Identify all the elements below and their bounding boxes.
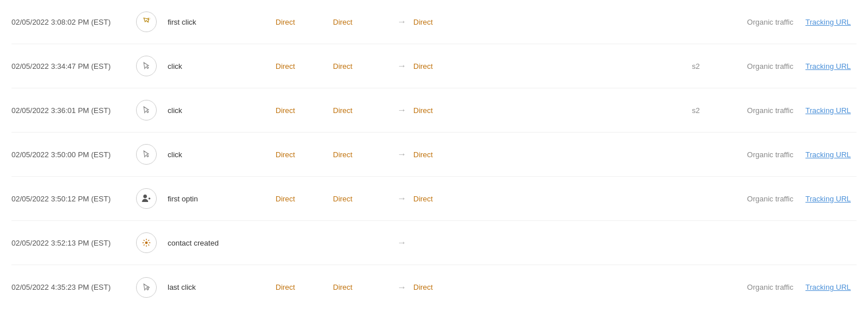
event-medium: Direct (333, 18, 390, 26)
tracking-url-cell[interactable]: Tracking URL (793, 195, 857, 203)
event-datetime: 02/05/2022 3:36:01 PM (EST) (11, 106, 132, 115)
svg-point-3 (145, 242, 148, 244)
svg-point-2 (144, 195, 147, 198)
table-row: 02/05/2022 3:36:01 PM (EST) click Direct… (11, 88, 857, 133)
event-medium: Direct (333, 106, 390, 115)
event-traffic-type: Organic traffic (713, 62, 793, 71)
event-campaign: Direct (413, 195, 471, 203)
svg-point-0 (148, 18, 149, 20)
event-datetime: 02/05/2022 3:52:13 PM (EST) (11, 239, 132, 247)
event-s2: s2 (679, 62, 713, 71)
event-icon-wrapper (132, 56, 161, 76)
event-icon-wrapper (132, 11, 161, 32)
event-icon-circle (136, 232, 157, 253)
table-row: 02/05/2022 3:34:47 PM (EST) click Direct… (11, 44, 857, 88)
event-icon-wrapper (132, 144, 161, 165)
event-icon-wrapper (132, 100, 161, 120)
event-icon-circle (136, 277, 157, 298)
event-medium: Direct (333, 62, 390, 71)
event-source: Direct (276, 62, 333, 71)
event-label: click (161, 106, 276, 115)
event-source: Direct (276, 18, 333, 26)
event-medium: Direct (333, 283, 390, 291)
tracking-url-cell[interactable]: Tracking URL (793, 150, 857, 159)
event-source: Direct (276, 150, 333, 159)
tracking-url-cell[interactable]: Tracking URL (793, 283, 857, 291)
arrow-icon: → (390, 17, 413, 27)
event-datetime: 02/05/2022 3:34:47 PM (EST) (11, 62, 132, 71)
event-icon-circle (136, 100, 157, 120)
timeline-container: 02/05/2022 3:08:02 PM (EST) first click … (0, 0, 868, 309)
table-row: 02/05/2022 4:35:23 PM (EST) last click D… (11, 265, 857, 309)
event-icon-circle (136, 56, 157, 76)
event-traffic-type: Organic traffic (713, 283, 793, 291)
event-medium: Direct (333, 195, 390, 203)
event-icon-wrapper (132, 277, 161, 298)
arrow-icon: → (390, 282, 413, 293)
event-campaign: Direct (413, 150, 471, 159)
arrow-icon: → (390, 238, 413, 248)
tracking-url-cell[interactable]: Tracking URL (793, 18, 857, 26)
event-label: first click (161, 18, 276, 26)
event-label: contact created (161, 239, 276, 247)
table-row: 02/05/2022 3:52:13 PM (EST) contact crea… (11, 221, 857, 265)
arrow-icon: → (390, 61, 413, 71)
tracking-url-link[interactable]: Tracking URL (805, 195, 851, 203)
event-medium: Direct (333, 150, 390, 159)
event-icon-circle (136, 188, 157, 209)
table-row: 02/05/2022 3:50:00 PM (EST) click Direct… (11, 133, 857, 177)
event-icon-wrapper (132, 232, 161, 253)
table-row: 02/05/2022 3:08:02 PM (EST) first click … (11, 0, 857, 44)
event-datetime: 02/05/2022 3:08:02 PM (EST) (11, 18, 132, 26)
tracking-url-link[interactable]: Tracking URL (805, 283, 851, 291)
event-campaign: Direct (413, 283, 471, 291)
arrow-icon: → (390, 149, 413, 160)
event-traffic-type: Organic traffic (713, 150, 793, 159)
tracking-url-link[interactable]: Tracking URL (805, 106, 851, 115)
event-campaign: Direct (413, 18, 471, 26)
event-icon-wrapper (132, 188, 161, 209)
event-source: Direct (276, 106, 333, 115)
event-label: click (161, 150, 276, 159)
event-traffic-type: Organic traffic (713, 106, 793, 115)
event-campaign: Direct (413, 106, 471, 115)
tracking-url-link[interactable]: Tracking URL (805, 18, 851, 26)
event-label: last click (161, 283, 276, 291)
table-row: 02/05/2022 3:50:12 PM (EST) first optin … (11, 177, 857, 221)
arrow-icon: → (390, 105, 413, 115)
event-label: first optin (161, 195, 276, 203)
event-campaign: Direct (413, 62, 471, 71)
event-datetime: 02/05/2022 3:50:00 PM (EST) (11, 150, 132, 159)
event-icon-circle (136, 11, 157, 32)
event-source: Direct (276, 195, 333, 203)
event-traffic-type: Organic traffic (713, 18, 793, 26)
event-s2: s2 (679, 106, 713, 115)
tracking-url-cell[interactable]: Tracking URL (793, 62, 857, 71)
event-traffic-type: Organic traffic (713, 195, 793, 203)
tracking-url-link[interactable]: Tracking URL (805, 150, 851, 159)
event-icon-circle (136, 144, 157, 165)
tracking-url-cell[interactable]: Tracking URL (793, 106, 857, 115)
event-label: click (161, 62, 276, 71)
tracking-url-link[interactable]: Tracking URL (805, 62, 851, 71)
event-datetime: 02/05/2022 3:50:12 PM (EST) (11, 195, 132, 203)
event-source: Direct (276, 283, 333, 291)
arrow-icon: → (390, 193, 413, 204)
event-datetime: 02/05/2022 4:35:23 PM (EST) (11, 283, 132, 291)
